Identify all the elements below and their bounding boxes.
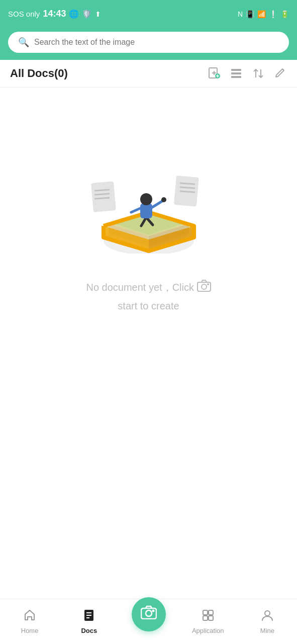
empty-illustration (78, 118, 219, 259)
svg-rect-48 (209, 616, 213, 620)
home-label: Home (21, 627, 39, 634)
search-input[interactable] (34, 38, 279, 47)
status-left: SOS only 14:43 🌐 🛡️ ⬆ (8, 9, 101, 19)
empty-line1: No document yet，Click (86, 282, 211, 293)
svg-line-21 (94, 190, 110, 191)
empty-line2: start to create (118, 300, 179, 311)
battery-icon: 🔋 (280, 10, 289, 18)
svg-line-33 (152, 201, 163, 207)
svg-point-31 (140, 193, 152, 205)
svg-point-34 (161, 197, 166, 202)
svg-rect-20 (91, 181, 116, 212)
emoji-indicator-3: ⬆ (95, 10, 101, 18)
status-icons: N 📳 📶 ❕ 🔋 (238, 10, 289, 18)
camera-fab-icon (141, 605, 157, 623)
svg-rect-46 (209, 610, 213, 615)
add-doc-button[interactable] (208, 67, 221, 80)
main-content: No document yet，Click start to create (0, 88, 297, 616)
svg-rect-30 (140, 203, 152, 218)
svg-line-22 (94, 194, 110, 195)
nav-item-camera[interactable] (119, 612, 178, 631)
svg-point-49 (265, 611, 270, 616)
nav-item-home[interactable]: Home (0, 609, 59, 634)
sort-button[interactable] (252, 67, 265, 80)
search-bar-container: 🔍 (0, 28, 297, 60)
nfc-icon: N (238, 10, 243, 18)
empty-state-svg (78, 123, 219, 254)
svg-rect-45 (203, 610, 208, 615)
svg-rect-6 (231, 69, 241, 71)
search-bar[interactable]: 🔍 (8, 32, 289, 53)
camera-inline-icon (197, 279, 211, 297)
edit-icon (274, 67, 287, 80)
toolbar-actions (208, 67, 287, 80)
application-label: Application (192, 627, 224, 634)
list-icon (230, 67, 243, 80)
toolbar: All Docs(0) (0, 60, 297, 88)
camera-fab-button[interactable] (132, 597, 166, 631)
vibrate-icon: 📳 (246, 10, 254, 18)
edit-button[interactable] (274, 67, 287, 80)
sort-icon (252, 67, 265, 80)
svg-rect-47 (203, 616, 208, 620)
svg-point-44 (152, 610, 154, 612)
emoji-indicator-2: 🛡️ (82, 9, 92, 19)
empty-state-text: No document yet，Click start to create (86, 279, 211, 314)
mine-icon (261, 609, 274, 625)
mine-label: Mine (260, 627, 274, 634)
svg-point-36 (202, 284, 207, 289)
emoji-indicator-1: 🌐 (69, 9, 79, 19)
status-time: 14:43 (43, 9, 66, 19)
svg-point-43 (146, 610, 152, 616)
svg-line-25 (180, 183, 195, 184)
nav-item-mine[interactable]: Mine (238, 609, 297, 634)
home-icon (23, 609, 36, 625)
svg-line-11 (282, 69, 284, 70)
docs-label: Docs (81, 627, 97, 634)
svg-line-23 (94, 198, 110, 199)
svg-rect-7 (231, 72, 241, 74)
docs-icon (82, 609, 95, 625)
svg-line-26 (180, 187, 195, 188)
nav-item-docs[interactable]: Docs (59, 609, 119, 634)
page-title: All Docs(0) (10, 67, 68, 80)
wifi-icon: 📶 (257, 10, 266, 18)
svg-point-37 (207, 283, 209, 285)
add-doc-icon (208, 67, 221, 80)
nav-item-application[interactable]: Application (178, 609, 238, 634)
svg-line-27 (180, 191, 195, 192)
carrier-text: SOS only (8, 10, 40, 18)
alert-icon: ❕ (269, 10, 277, 18)
svg-rect-8 (231, 76, 241, 78)
application-icon (202, 609, 215, 625)
status-bar: SOS only 14:43 🌐 🛡️ ⬆ N 📳 📶 ❕ 🔋 (0, 0, 297, 28)
list-view-button[interactable] (230, 67, 243, 80)
svg-line-32 (131, 208, 140, 212)
search-icon: 🔍 (18, 37, 29, 48)
bottom-nav: Home Docs (0, 599, 297, 644)
